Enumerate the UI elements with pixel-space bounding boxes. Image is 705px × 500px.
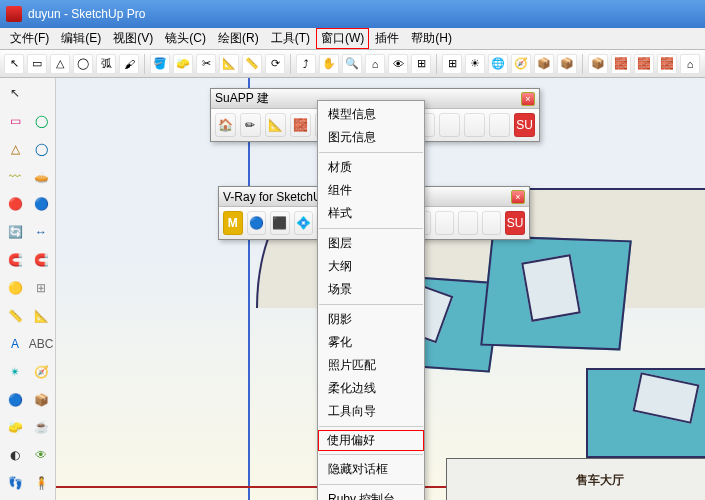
toolbar-button[interactable]: 📐	[219, 54, 239, 74]
toolbar-button[interactable]: ⊞	[411, 54, 431, 74]
toolbar-button[interactable]: 👁	[388, 54, 408, 74]
toolbar-button[interactable]: 弧	[96, 54, 116, 74]
menu-item[interactable]: 组件	[318, 179, 424, 202]
menu-item[interactable]: 场景	[318, 278, 424, 301]
palette-tool[interactable]: 🧽	[3, 415, 27, 439]
menu-item[interactable]: 样式	[318, 202, 424, 225]
float-button[interactable]: ⬛	[270, 211, 290, 235]
palette-tool[interactable]: 🧭	[29, 360, 53, 384]
palette-tool[interactable]: 🧍	[29, 471, 53, 495]
palette-tool[interactable]: ↖	[3, 81, 27, 105]
menu-镜头(C)[interactable]: 镜头(C)	[159, 27, 212, 50]
palette-tool[interactable]: 🥧	[29, 165, 53, 189]
palette-tool[interactable]: ◐	[3, 443, 27, 467]
palette-tool[interactable]: ▭	[3, 109, 27, 133]
toolbar-button[interactable]: ⟳	[265, 54, 285, 74]
viewport-3d[interactable]: 售车大厅 模型信息图元信息材质组件样式图层大纲场景阴影雾化照片匹配柔化边线工具向…	[56, 78, 705, 500]
palette-tool[interactable]: ☕	[29, 415, 53, 439]
toolbar-button[interactable]: ⌂	[680, 54, 700, 74]
menu-帮助(H)[interactable]: 帮助(H)	[405, 27, 458, 50]
float-button[interactable]: 🧱	[290, 113, 311, 137]
menu-item[interactable]: Ruby 控制台	[318, 488, 424, 500]
toolbar-button[interactable]: 🧱	[657, 54, 677, 74]
toolbar-button[interactable]: 📦	[534, 54, 554, 74]
toolbar-button[interactable]: 🧱	[611, 54, 631, 74]
palette-tool[interactable]: 📦	[29, 388, 53, 412]
palette-tool[interactable]: 👣	[3, 471, 27, 495]
toolbar-button[interactable]: 📦	[588, 54, 608, 74]
toolbar-button[interactable]: 🧽	[173, 54, 193, 74]
toolbar-button[interactable]: 📦	[557, 54, 577, 74]
close-icon[interactable]: ×	[521, 92, 535, 106]
toolbar-button[interactable]: ☀	[465, 54, 485, 74]
menu-插件[interactable]: 插件	[369, 27, 405, 50]
palette-tool[interactable]: A	[3, 332, 27, 356]
toolbar-button[interactable]: 🧱	[634, 54, 654, 74]
toolbar-button[interactable]: 🧭	[511, 54, 531, 74]
float-button[interactable]	[489, 113, 510, 137]
palette-tool[interactable]: ✴	[3, 360, 27, 384]
float-button[interactable]: SU	[514, 113, 535, 137]
toolbar-button[interactable]: ▭	[27, 54, 47, 74]
float-button[interactable]: ✏	[240, 113, 261, 137]
menu-item[interactable]: 柔化边线	[318, 377, 424, 400]
palette-tool[interactable]: 〰	[3, 165, 27, 189]
palette-tool[interactable]: 🟡	[3, 276, 27, 300]
menu-item[interactable]: 模型信息	[318, 103, 424, 126]
menu-item[interactable]: 隐藏对话框	[318, 458, 424, 481]
float-button[interactable]	[435, 211, 455, 235]
menu-视图(V)[interactable]: 视图(V)	[107, 27, 159, 50]
menu-文件(F)[interactable]: 文件(F)	[4, 27, 55, 50]
palette-tool[interactable]: ↔	[29, 220, 53, 244]
toolbar-button[interactable]: ⌂	[365, 54, 385, 74]
menu-窗口(W)[interactable]: 窗口(W)	[316, 28, 369, 49]
toolbar-button[interactable]: ↖	[4, 54, 24, 74]
toolbar-button[interactable]: 🖌	[119, 54, 139, 74]
menu-item[interactable]: 阴影	[318, 308, 424, 331]
menu-item[interactable]: 雾化	[318, 331, 424, 354]
float-button[interactable]: SU	[505, 211, 525, 235]
palette-tool[interactable]: 🔴	[3, 192, 27, 216]
toolbar-button[interactable]: △	[50, 54, 70, 74]
float-button[interactable]: M	[223, 211, 243, 235]
toolbar-button[interactable]: ✂	[196, 54, 216, 74]
toolbar-button[interactable]: 🔍	[342, 54, 362, 74]
toolbar-button[interactable]: 🌐	[488, 54, 508, 74]
palette-tool[interactable]: 📐	[29, 304, 53, 328]
toolbar-button[interactable]: ⤴	[296, 54, 316, 74]
palette-tool[interactable]	[29, 81, 53, 105]
palette-tool[interactable]: ⊞	[29, 276, 53, 300]
palette-tool[interactable]: 👁	[29, 443, 53, 467]
toolbar-button[interactable]: 🪣	[150, 54, 170, 74]
palette-tool[interactable]: 🧲	[29, 248, 53, 272]
float-button[interactable]: 🔵	[247, 211, 267, 235]
palette-tool[interactable]: 📏	[3, 304, 27, 328]
float-button[interactable]: 📐	[265, 113, 286, 137]
palette-tool[interactable]: 🔵	[3, 388, 27, 412]
palette-tool[interactable]: ◯	[29, 109, 53, 133]
menu-编辑(E)[interactable]: 编辑(E)	[55, 27, 107, 50]
toolbar-button[interactable]: ✋	[319, 54, 339, 74]
float-button[interactable]: 🏠	[215, 113, 236, 137]
toolbar-button[interactable]: ◯	[73, 54, 93, 74]
menu-item[interactable]: 使用偏好	[318, 430, 424, 451]
menu-item[interactable]: 大纲	[318, 255, 424, 278]
float-button[interactable]	[482, 211, 502, 235]
float-button[interactable]	[458, 211, 478, 235]
palette-tool[interactable]: 🔵	[29, 192, 53, 216]
toolbar-button[interactable]: 📏	[242, 54, 262, 74]
menu-item[interactable]: 图层	[318, 232, 424, 255]
menu-绘图(R)[interactable]: 绘图(R)	[212, 27, 265, 50]
menu-item[interactable]: 照片匹配	[318, 354, 424, 377]
float-button[interactable]	[464, 113, 485, 137]
menu-item[interactable]: 工具向导	[318, 400, 424, 423]
toolbar-button[interactable]: ⊞	[442, 54, 462, 74]
palette-tool[interactable]: 🔄	[3, 220, 27, 244]
palette-tool[interactable]: ABC	[29, 332, 53, 356]
float-button[interactable]	[439, 113, 460, 137]
menu-工具(T)[interactable]: 工具(T)	[265, 27, 316, 50]
float-button[interactable]: 💠	[294, 211, 314, 235]
palette-tool[interactable]: △	[3, 137, 27, 161]
palette-tool[interactable]: 🧲	[3, 248, 27, 272]
menu-item[interactable]: 图元信息	[318, 126, 424, 149]
